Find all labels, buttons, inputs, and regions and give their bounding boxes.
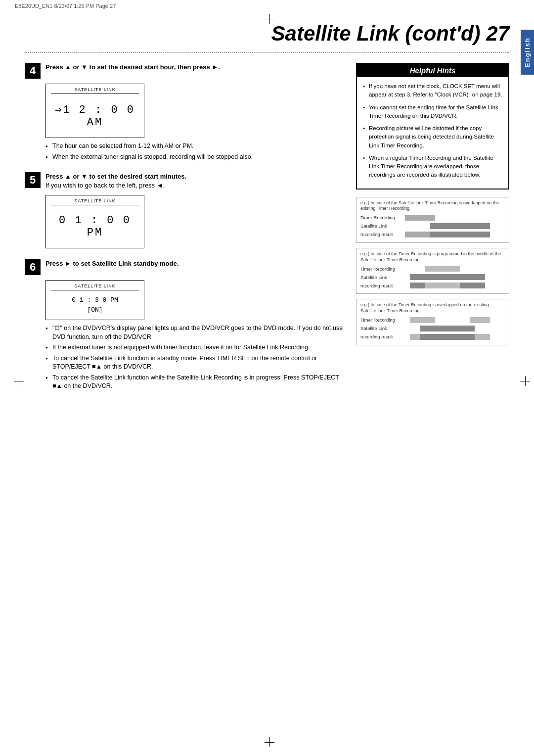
bar	[410, 283, 425, 288]
step-5-number: 5	[25, 172, 41, 188]
step-5-lcd: SATELLITE LINK 0 1 : 0 0 PM	[45, 195, 144, 248]
diagram-2-caption: e.g.) In case of the Timer Recording is …	[360, 251, 505, 263]
diagram-1-row-satellite: Satellite Link	[360, 223, 505, 230]
step-6-lcd-display: 0 1 : 3 0 PM[ON]	[51, 295, 139, 315]
step-4-lcd-label: SATELLITE LINK	[51, 87, 139, 94]
step-6-lcd-label: SATELLITE LINK	[51, 284, 139, 290]
step-5-lcd-label: SATELLITE LINK	[51, 198, 139, 205]
diagram-3-row-timer: Timer Recording	[360, 317, 505, 324]
step-4-header: 4 Press ▲ or ▼ to set the desired start …	[25, 63, 346, 79]
diagram-1-caption: e.g.) In case of the Satellite Link Time…	[360, 200, 505, 212]
step-6-instruction: Press ► to set Satellite Link standby mo…	[45, 259, 178, 268]
hints-list: If you have not set the clock, CLOCK SET…	[363, 82, 502, 180]
step-6-bullet-2: If the external tuner is not equipped wi…	[45, 343, 346, 352]
bar	[425, 266, 460, 272]
bar	[430, 223, 490, 229]
left-column: 4 Press ▲ or ▼ to set the desired start …	[25, 63, 346, 402]
step-4-lcd: SATELLITE LINK ⇒1 2 : 0 0 AM	[45, 84, 144, 138]
bar	[420, 334, 475, 340]
dotted-separator	[25, 52, 509, 53]
page-title: Satellite Link (cont'd) 27	[271, 22, 509, 45]
diagram-1-row-timer: Timer Recording	[360, 214, 505, 221]
step-5-section: 5 Press ▲ or ▼ to set the desired start …	[25, 172, 346, 248]
diagram-2-row-result: recording result	[360, 282, 505, 289]
bar	[405, 215, 435, 221]
diagram-1-row-result: recording result	[360, 231, 505, 238]
diagram-2-row-timer: Timer Recording	[360, 265, 505, 272]
right-column: Helpful Hints If you have not set the cl…	[356, 63, 509, 402]
step-5-header: 5 Press ▲ or ▼ to set the desired start …	[25, 172, 346, 190]
step-6-lcd: SATELLITE LINK 0 1 : 3 0 PM[ON]	[45, 280, 144, 320]
helpful-hints-box: Helpful Hints If you have not set the cl…	[356, 63, 509, 189]
diagram-3: e.g.) In case of the Timer Recording is …	[356, 299, 509, 345]
step-6-section: 6 Press ► to set Satellite Link standby …	[25, 259, 346, 391]
hint-1: If you have not set the clock, CLOCK SET…	[363, 82, 502, 99]
step-5-lcd-display: 0 1 : 0 0 PM	[51, 210, 139, 243]
step-4-lcd-display: ⇒1 2 : 0 0 AM	[51, 99, 139, 133]
diagram-2-row-satellite: Satellite Link	[360, 274, 505, 281]
bar	[410, 317, 435, 323]
bar	[475, 334, 490, 340]
step-4-bullet-1: The hour can be selected from 1-12 with …	[45, 142, 346, 151]
step-4-instruction: Press ▲ or ▼ to set the desired start ho…	[45, 63, 220, 72]
bar	[410, 274, 485, 280]
bar	[420, 326, 475, 331]
step-4-number: 4	[25, 63, 41, 79]
page-title-area: Satellite Link (cont'd) 27	[0, 12, 534, 49]
step-6-bullet-3: To cancel the Satellite Link function in…	[45, 354, 346, 372]
file-info: E8E20UD_EN1 8/23/07 1:25 PM Page 27	[15, 3, 116, 9]
hint-2: You cannot set the ending time for the S…	[363, 103, 502, 121]
header-bar: E8E20UD_EN1 8/23/07 1:25 PM Page 27	[0, 0, 534, 12]
bar	[470, 317, 490, 323]
step-6-bullet-1: "⊡" on the DVD/VCR's display panel light…	[45, 324, 346, 341]
step-4-bullet-2: When the external tuner signal is stoppe…	[45, 153, 346, 162]
step-6-bullets: "⊡" on the DVD/VCR's display panel light…	[45, 324, 346, 391]
helpful-hints-title: Helpful Hints	[357, 64, 508, 77]
bar	[460, 283, 485, 288]
bar	[405, 232, 430, 237]
diagram-3-caption: e.g.) In case of the Timer Recording is …	[360, 302, 505, 314]
hint-3: Recording picture will be distorted if t…	[363, 124, 502, 150]
diagram-3-row-result: recording result	[360, 333, 505, 340]
hint-4: When a regular Timer Recording and the S…	[363, 154, 502, 180]
bar	[430, 232, 490, 237]
step-4-section: 4 Press ▲ or ▼ to set the desired start …	[25, 63, 346, 161]
step-6-bullet-4: To cancel the Satellite Link function wh…	[45, 374, 346, 391]
diagram-3-row-satellite: Satellite Link	[360, 325, 505, 332]
helpful-hints-content: If you have not set the clock, CLOCK SET…	[357, 77, 508, 189]
bar	[410, 334, 420, 340]
diagram-1: e.g.) In case of the Satellite Link Time…	[356, 197, 509, 243]
step-5-instruction: Press ▲ or ▼ to set the desired start mi…	[45, 172, 186, 190]
step-6-header: 6 Press ► to set Satellite Link standby …	[25, 259, 346, 275]
main-content: 4 Press ▲ or ▼ to set the desired start …	[0, 63, 534, 402]
step-6-number: 6	[25, 259, 41, 275]
diagram-2: e.g.) In case of the Timer Recording is …	[356, 248, 509, 294]
bar	[425, 283, 460, 288]
step-4-bullets: The hour can be selected from 1-12 with …	[45, 142, 346, 161]
